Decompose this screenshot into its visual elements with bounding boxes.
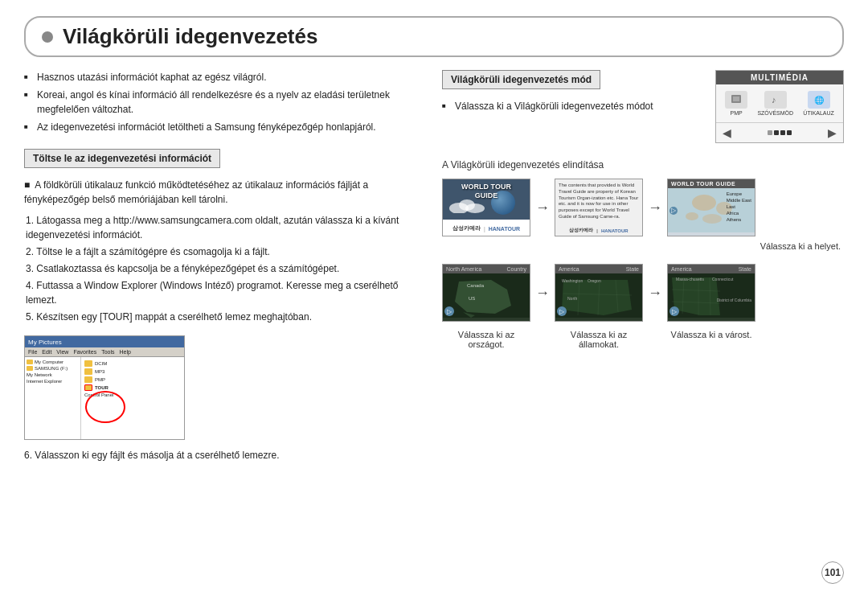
section2-label: Világkörüli idegenvezetés mód (442, 70, 600, 89)
wt-guide-bottom: 삼성카메라 | HANATOUR (443, 220, 530, 236)
folder-icon (84, 376, 92, 383)
svg-point-6 (465, 203, 485, 213)
city-label2: State (739, 266, 751, 272)
wt-state-card: America State Washingto (555, 264, 643, 322)
state-label1: America (559, 266, 579, 272)
file-dcim: DCIM (84, 360, 181, 367)
screenshot-titlebar: My Pictures (25, 336, 184, 347)
circle-highlight (85, 391, 125, 423)
state-nav-arrow: ▷ (559, 308, 564, 315)
wt-country-card: North America Country Canada US (442, 264, 530, 322)
wt-top-row: WORLD TOURGUIDE 삼성카메라 | HANATOUR → The c… (442, 179, 844, 236)
country-nav-badge[interactable]: ▷ (444, 306, 454, 316)
screenshot-box: My Pictures File Edit View Favorites Too… (24, 335, 185, 440)
arrow-icon-2: → (648, 199, 662, 216)
city-nav-arrow: ▷ (672, 308, 677, 315)
nav-dot-3 (780, 130, 785, 135)
file-tour: TOUR (84, 384, 181, 391)
map-label-africa: Africa (727, 211, 751, 216)
wt-text-card-logos: 삼성카메라 | HANATOUR (555, 227, 642, 234)
bullet-item-2: Koreai, angol és kínai információ áll re… (24, 88, 426, 117)
sidebar-samsung: SAMSUNG (F:) (27, 365, 79, 372)
washington-label: Washington (562, 278, 583, 283)
paragraph1: ■ A földkörüli útikalauz funkció működte… (24, 178, 426, 207)
massa-label: Massa-chusetts (676, 277, 704, 282)
screenshot-title: My Pictures (28, 339, 62, 346)
helyet-label-row: Válassza ki a helyet. (442, 245, 844, 257)
file-mp3: MP3 (84, 368, 181, 375)
title-bar: Világkörüli idegenvezetés (24, 16, 844, 57)
mode-bullet-item: Válassza ki a Világkörüli idegenvezetés … (442, 99, 844, 113)
sidebar-internet-explorer: Internet Explorer (27, 378, 79, 384)
bullet-item-3: Az idegenvezetési információt letöltheti… (24, 120, 426, 134)
country-label2: Country (506, 266, 526, 272)
country-label1: North America (446, 266, 481, 272)
canada-label: Canada (467, 283, 484, 288)
california-label: North (567, 296, 577, 301)
wt-samsung-logo: 삼성카메라 (452, 224, 481, 232)
wt-map-header: WORLD TOUR GUIDE (668, 179, 755, 188)
left-column: Hasznos utazási információt kaphat az eg… (24, 70, 426, 462)
folder-icon (84, 368, 92, 375)
dc-label: District of Columbia (717, 298, 751, 302)
map-label-middleeast: Middle East (727, 198, 751, 203)
nav-right-arrow[interactable]: ▶ (828, 126, 837, 139)
nav-dot-1 (768, 130, 772, 135)
page-number: 101 (821, 561, 844, 584)
step-1: 1. Látogassa meg a http://www.samsungcam… (24, 213, 426, 242)
file-pmp: PMP (84, 376, 181, 383)
multimedia-header: MULTIMÉDIA (716, 71, 843, 84)
screenshot-menu: File Edit View Favorites Tools Help (25, 347, 184, 357)
wt-label-state: Válassza ki az államokat. (555, 330, 643, 349)
connecticut-label: Connecticut (712, 277, 733, 282)
wt-map-body: ▷ Europe Middle East Last Africa Athens (668, 188, 755, 232)
right-column: Világkörüli idegenvezetés mód MULTIMÉDIA… (442, 70, 844, 462)
final-note: 6. Válasszon ki egy fájlt és másolja át … (24, 448, 426, 462)
wt-labels-row: Válassza ki az országot. Válassza ki az … (442, 330, 844, 349)
wt-hanatour-logo: HANATOUR (489, 226, 520, 232)
steps-list: 1. Látogassa meg a http://www.samsungcam… (24, 213, 426, 324)
svg-point-10 (686, 212, 698, 220)
folder-icon (27, 366, 33, 371)
wt-state-body: Washington Oregon North ▷ (555, 273, 642, 318)
us-label: US (469, 296, 475, 301)
wt-city-body: Massa-chusetts Connecticut District of C… (668, 273, 755, 318)
valassza-helyet-label: Válassza ki a helyet. (760, 241, 844, 251)
svg-point-11 (702, 214, 722, 224)
step-4: 4. Futtassa a Window Explorer (Windows I… (24, 278, 426, 307)
city-nav-badge[interactable]: ▷ (669, 306, 679, 316)
step-3: 3. Csatlakoztassa és kapcsolja be a fény… (24, 261, 426, 276)
wt-country-header: North America Country (443, 265, 530, 273)
map-label-athens: Athens (727, 217, 751, 222)
step-5: 5. Készítsen egy [TOUR] mappát a cserélh… (24, 310, 426, 324)
wt-map-nav[interactable]: ▷ (669, 207, 678, 215)
state-label2: State (626, 266, 639, 272)
multimedia-nav: ◀ ▶ (716, 122, 843, 142)
arrow-icon-1: → (535, 199, 550, 216)
step-2: 2. Töltse le a fájlt a számítógépre és c… (24, 245, 426, 259)
state-nav-badge[interactable]: ▷ (557, 306, 567, 316)
main-columns: Hasznos utazási információt kaphat az eg… (24, 70, 844, 462)
page-title: Világkörüli idegenvezetés (63, 24, 317, 49)
folder-icon (84, 384, 92, 391)
wt-bottom-row: North America Country Canada US (442, 264, 844, 322)
wt-guide-top: WORLD TOURGUIDE (443, 179, 530, 220)
wt-city-header: America State (668, 265, 755, 273)
screenshot-sidebar: My Computer SAMSUNG (F:) My Network Inte… (25, 357, 81, 439)
map-nav-arrow: ▷ (671, 207, 676, 214)
svg-point-8 (692, 195, 716, 211)
wt-state-header: America State (555, 265, 642, 273)
mode-bullet-list: Válassza ki a Világkörüli idegenvezetés … (442, 99, 844, 113)
city-label1: America (671, 266, 692, 272)
sidebar-my-computer: My Computer (27, 359, 79, 365)
sidebar-my-network: My Network (27, 372, 79, 378)
wt-label-country: Válassza ki az országot. (442, 330, 530, 349)
nav-dot-4 (787, 130, 792, 135)
map-label-europe: Europe (727, 191, 751, 196)
wt-map-card: WORLD TOUR GUIDE ▷ (667, 179, 755, 236)
folder-icon (84, 360, 92, 367)
wt-text-content: The contents that provided is World Trav… (555, 179, 642, 224)
wt-text-logo1: 삼성카메라 (569, 227, 593, 234)
arrow-icon-3: → (535, 285, 550, 302)
nav-left-arrow[interactable]: ◀ (723, 126, 731, 139)
